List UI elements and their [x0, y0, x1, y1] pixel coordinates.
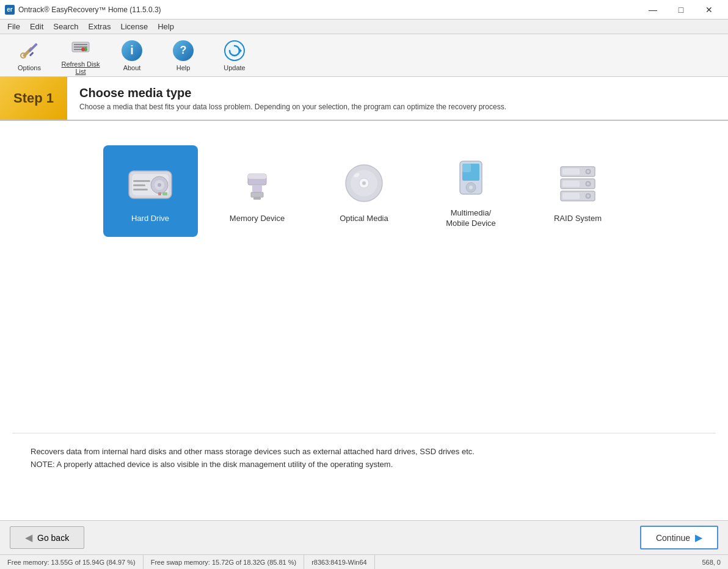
step-number: Step 1 [0, 77, 67, 120]
title-bar: er Ontrack® EasyRecovery™ Home (11.5.0.3… [0, 0, 728, 20]
cd-icon [340, 159, 388, 208]
svg-rect-27 [253, 197, 261, 200]
step-description: Choose a media that best fits your data … [79, 103, 716, 111]
update-label: Update [224, 64, 245, 71]
main-area: Hard Drive Memory Device [0, 121, 728, 520]
step-content: Choose media type Choose a media that be… [67, 77, 728, 120]
svg-rect-20 [133, 189, 148, 190]
svg-rect-35 [462, 164, 471, 172]
menu-extras[interactable]: Extras [84, 21, 116, 32]
description-area: Recovers data from internal hard disks a… [12, 433, 716, 484]
hard-drive-label: Hard Drive [131, 214, 169, 224]
svg-rect-24 [248, 174, 266, 179]
about-label: About [123, 64, 141, 71]
media-item-hard-drive[interactable]: Hard Drive [103, 145, 198, 237]
menu-help[interactable]: Help [153, 21, 179, 32]
raid-icon [553, 159, 602, 208]
memory-device-label: Memory Device [230, 214, 285, 224]
svg-point-49 [587, 195, 589, 197]
toolbar: Options Refresh Disk List i About ? Help [0, 34, 728, 77]
svg-rect-2 [28, 43, 38, 53]
svg-rect-39 [562, 169, 580, 175]
svg-point-41 [587, 170, 589, 173]
update-button[interactable]: Update [210, 37, 259, 74]
menu-bar: File Edit Search Extras License Help [0, 20, 728, 34]
svg-rect-6 [74, 46, 87, 48]
about-button[interactable]: i About [107, 37, 156, 74]
continue-button[interactable]: Continue ▶ [640, 526, 718, 549]
svg-rect-3 [29, 51, 34, 56]
step-header: Step 1 Choose media type Choose a media … [0, 77, 728, 121]
svg-rect-5 [74, 44, 87, 45]
version-text: r8363:8419-Win64 [311, 559, 367, 566]
svg-point-9 [81, 48, 85, 51]
description-line1: Recovers data from internal hard disks a… [31, 446, 697, 458]
multimedia-mobile-label: Multimedia/Mobile Device [446, 208, 496, 229]
svg-rect-47 [562, 193, 580, 199]
version-status: r8363:8419-Win64 [304, 555, 375, 569]
media-item-multimedia-mobile[interactable]: Multimedia/Mobile Device [424, 145, 519, 237]
maximize-button[interactable]: □ [667, 0, 695, 20]
media-selector: Hard Drive Memory Device [0, 121, 728, 255]
bottom-spacer [0, 484, 728, 520]
minimize-button[interactable]: — [639, 0, 667, 20]
svg-point-31 [362, 181, 366, 185]
continue-label: Continue [656, 533, 690, 543]
hdd-icon [126, 159, 175, 208]
media-item-memory-device[interactable]: Memory Device [210, 145, 305, 237]
media-item-optical-media[interactable]: Optical Media [317, 145, 412, 237]
title-bar-left: er Ontrack® EasyRecovery™ Home (11.5.0.3… [5, 5, 161, 15]
go-back-label: Go back [37, 533, 69, 543]
svg-rect-25 [252, 185, 262, 192]
help-button[interactable]: ? Help [159, 37, 208, 74]
description-line2: NOTE: A properly attached device is also… [31, 458, 697, 471]
free-memory-text: Free memory: 13.55G of 15.94G (84.97 %) [7, 559, 136, 566]
back-arrow-icon: ◀ [25, 532, 32, 543]
coords-status: 568, 0 [694, 555, 728, 569]
app-icon: er [5, 5, 15, 15]
free-swap-status: Free swap memory: 15.72G of 18.32G (85.8… [144, 555, 304, 569]
menu-search[interactable]: Search [48, 21, 83, 32]
go-back-button[interactable]: ◀ Go back [10, 526, 84, 549]
svg-point-17 [158, 183, 161, 187]
close-button[interactable]: ✕ [695, 0, 723, 20]
coords-text: 568, 0 [702, 559, 721, 566]
options-icon [18, 40, 40, 62]
options-label: Options [18, 64, 41, 71]
about-icon: i [121, 40, 143, 62]
usb-icon [233, 159, 282, 208]
options-button[interactable]: Options [5, 37, 54, 74]
refresh-icon [70, 36, 92, 58]
svg-rect-7 [74, 49, 81, 50]
free-memory-status: Free memory: 13.55G of 15.94G (84.97 %) [0, 555, 144, 569]
menu-license[interactable]: License [115, 21, 153, 32]
optical-media-label: Optical Media [340, 214, 388, 224]
menu-edit[interactable]: Edit [25, 21, 48, 32]
svg-rect-26 [251, 192, 263, 197]
free-swap-text: Free swap memory: 15.72G of 18.32G (85.8… [151, 559, 296, 566]
svg-rect-21 [162, 192, 167, 195]
svg-rect-22 [158, 192, 161, 195]
menu-file[interactable]: File [2, 21, 25, 32]
step-title: Choose media type [79, 86, 716, 100]
svg-point-45 [587, 183, 589, 185]
window-controls: — □ ✕ [639, 0, 723, 20]
help-icon: ? [172, 40, 194, 62]
refresh-label: Refresh Disk List [59, 60, 103, 75]
bottom-navigation: ◀ Go back Continue ▶ [0, 520, 728, 554]
spacer [0, 255, 728, 433]
raid-system-label: RAID System [554, 214, 602, 224]
mobile-icon [446, 153, 495, 202]
svg-point-37 [469, 186, 473, 189]
svg-rect-43 [562, 181, 580, 187]
help-label: Help [177, 64, 191, 71]
status-bar: Free memory: 13.55G of 15.94G (84.97 %) … [0, 554, 728, 569]
update-icon [224, 40, 246, 62]
svg-rect-18 [133, 180, 150, 182]
window-title: Ontrack® EasyRecovery™ Home (11.5.0.3) [18, 5, 161, 14]
continue-arrow-icon: ▶ [695, 532, 702, 543]
svg-rect-19 [133, 184, 145, 186]
media-item-raid-system[interactable]: RAID System [531, 145, 625, 237]
refresh-button[interactable]: Refresh Disk List [56, 37, 105, 74]
